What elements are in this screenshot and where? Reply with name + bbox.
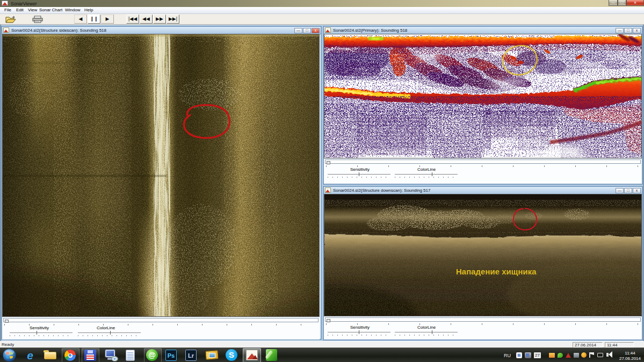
svg-text:Нападение хищника: Нападение хищника [456,267,537,276]
